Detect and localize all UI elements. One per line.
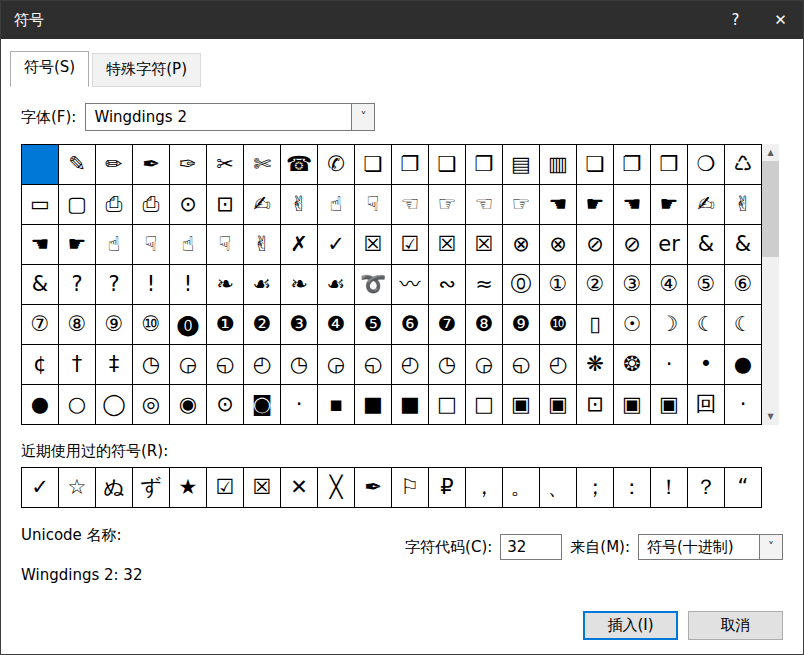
symbol-cell[interactable]: ☾ xyxy=(725,305,762,345)
symbol-cell[interactable]: ☾ xyxy=(688,305,725,345)
recent-symbol-cell[interactable]: “ xyxy=(725,468,762,508)
symbol-cell[interactable]: ⑦ xyxy=(22,305,59,345)
symbol-cell[interactable]: ⑥ xyxy=(725,265,762,305)
symbol-cell[interactable]: ☒ xyxy=(429,225,466,265)
symbol-cell[interactable]: ▣ xyxy=(614,385,651,425)
symbol-cell[interactable]: ✒ xyxy=(133,145,170,185)
symbol-cell[interactable]: · xyxy=(725,385,762,425)
symbol-cell[interactable]: ☟ xyxy=(207,225,244,265)
recent-symbol-cell[interactable]: ず xyxy=(133,468,170,508)
symbol-cell[interactable]: ☜ xyxy=(392,185,429,225)
symbol-cell[interactable]: ☽ xyxy=(651,305,688,345)
symbol-cell[interactable]: ❹ xyxy=(318,305,355,345)
symbol-cell[interactable]: ☚ xyxy=(614,185,651,225)
symbol-cell[interactable]: ❍ xyxy=(688,145,725,185)
symbol-cell[interactable]: ⊡ xyxy=(207,185,244,225)
symbol-cell[interactable]: ☉ xyxy=(614,305,651,345)
symbol-cell[interactable]: ☙ xyxy=(244,265,281,305)
symbol-cell[interactable]: ▣ xyxy=(651,385,688,425)
symbol-cell[interactable]: ❐ xyxy=(392,145,429,185)
scroll-down-icon[interactable]: ▼ xyxy=(762,408,779,425)
symbol-cell[interactable]: ! xyxy=(133,265,170,305)
symbol-cell[interactable]: ⊙ xyxy=(170,185,207,225)
grid-scrollbar[interactable]: ▲ ▼ xyxy=(762,144,779,425)
symbol-cell[interactable]: ● xyxy=(22,385,59,425)
symbol-cell[interactable]: ☛ xyxy=(59,225,96,265)
symbol-cell[interactable]: ① xyxy=(540,265,577,305)
tab-special-characters[interactable]: 特殊字符(P) xyxy=(92,53,201,87)
symbol-cell[interactable]: ▥ xyxy=(540,145,577,185)
symbol-cell[interactable]: ■ xyxy=(392,385,429,425)
symbol-cell[interactable]: ✌ xyxy=(281,185,318,225)
symbol-cell[interactable]: ❧ xyxy=(207,265,244,305)
char-code-input[interactable] xyxy=(500,534,562,560)
symbol-cell[interactable]: ✌ xyxy=(244,225,281,265)
cancel-button[interactable]: 取消 xyxy=(688,611,783,640)
symbol-cell[interactable]: ⊡ xyxy=(577,385,614,425)
symbol-cell[interactable]: er xyxy=(651,225,688,265)
symbol-cell[interactable]: ▭ xyxy=(22,185,59,225)
recent-symbol-cell[interactable]: ； xyxy=(577,468,614,508)
scrollbar-track[interactable] xyxy=(762,257,779,408)
symbol-cell[interactable]: ◷ xyxy=(429,345,466,385)
symbol-cell[interactable]: ▢ xyxy=(59,185,96,225)
recent-symbol-cell[interactable]: ✕ xyxy=(281,468,318,508)
symbol-cell[interactable]: ⊗ xyxy=(503,225,540,265)
symbol-cell[interactable]: ③ xyxy=(614,265,651,305)
symbol-cell[interactable]: □ xyxy=(466,385,503,425)
symbol-cell[interactable]: ◶ xyxy=(318,345,355,385)
symbol-cell[interactable]: ! xyxy=(170,265,207,305)
symbol-cell[interactable]: ☚ xyxy=(22,225,59,265)
symbol-cell[interactable]: ◷ xyxy=(133,345,170,385)
recent-symbol-cell[interactable]: ⚐ xyxy=(392,468,429,508)
symbol-cell[interactable]: ☞ xyxy=(503,185,540,225)
symbol-cell[interactable]: † xyxy=(59,345,96,385)
symbol-cell[interactable]: ☙ xyxy=(318,265,355,305)
symbol-cell[interactable]: ◶ xyxy=(466,345,503,385)
symbol-cell[interactable]: ◷ xyxy=(281,345,318,385)
symbol-cell[interactable]: ❧ xyxy=(281,265,318,305)
symbol-cell[interactable]: ② xyxy=(577,265,614,305)
symbol-cell[interactable]: ⊙ xyxy=(207,385,244,425)
symbol-cell[interactable]: ◵ xyxy=(355,345,392,385)
symbol-cell[interactable] xyxy=(22,145,59,185)
symbol-cell[interactable]: ☎ xyxy=(281,145,318,185)
recent-symbol-cell[interactable]: ☒ xyxy=(244,468,281,508)
symbol-cell[interactable]: ❏ xyxy=(577,145,614,185)
symbol-cell[interactable]: ⊘ xyxy=(577,225,614,265)
recent-symbol-cell[interactable]: ☑ xyxy=(207,468,244,508)
insert-button[interactable]: 插入(I) xyxy=(583,611,678,640)
symbol-cell[interactable]: ? xyxy=(96,265,133,305)
recent-symbol-cell[interactable]: ！ xyxy=(651,468,688,508)
recent-symbol-cell[interactable]: ， xyxy=(466,468,503,508)
symbol-cell[interactable]: & xyxy=(725,225,762,265)
symbol-cell[interactable]: ☝ xyxy=(96,225,133,265)
symbol-cell[interactable]: ✍ xyxy=(244,185,281,225)
symbol-cell[interactable]: ☞ xyxy=(429,185,466,225)
symbol-cell[interactable]: ⓿ xyxy=(170,305,207,345)
recent-symbol-cell[interactable]: ： xyxy=(614,468,651,508)
symbol-cell[interactable]: ✎ xyxy=(59,145,96,185)
symbol-cell[interactable]: ☚ xyxy=(540,185,577,225)
symbol-cell[interactable]: ◙ xyxy=(244,385,281,425)
symbol-cell[interactable]: ◯ xyxy=(96,385,133,425)
symbol-cell[interactable]: ☟ xyxy=(355,185,392,225)
symbol-cell[interactable]: ▤ xyxy=(503,145,540,185)
symbol-cell[interactable]: ▪ xyxy=(318,385,355,425)
symbol-cell[interactable]: ❼ xyxy=(429,305,466,345)
symbol-cell[interactable]: ❽ xyxy=(466,305,503,345)
symbol-cell[interactable]: ⎙ xyxy=(96,185,133,225)
symbol-cell[interactable]: ⓪ xyxy=(503,265,540,305)
symbol-cell[interactable]: ⊘ xyxy=(614,225,651,265)
recent-symbol-cell[interactable]: 。 xyxy=(503,468,540,508)
symbol-cell[interactable]: ◵ xyxy=(207,345,244,385)
symbol-cell[interactable]: ➰ xyxy=(355,265,392,305)
symbol-cell[interactable]: ❾ xyxy=(503,305,540,345)
symbol-cell[interactable]: ◴ xyxy=(540,345,577,385)
symbol-cell[interactable]: ◉ xyxy=(170,385,207,425)
symbol-cell[interactable]: ❻ xyxy=(392,305,429,345)
recent-symbol-cell[interactable]: ★ xyxy=(170,468,207,508)
symbol-cell[interactable]: ○ xyxy=(59,385,96,425)
symbol-cell[interactable]: ❷ xyxy=(244,305,281,345)
symbol-cell[interactable]: ✑ xyxy=(170,145,207,185)
